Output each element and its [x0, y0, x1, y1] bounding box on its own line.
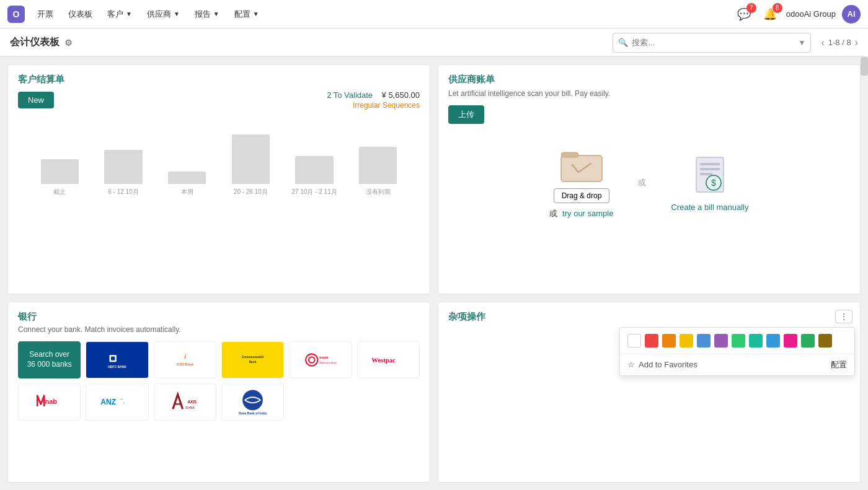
search-icon: 🔍 — [618, 38, 628, 47]
try-sample-link[interactable]: try our sample — [562, 209, 613, 218]
hdfc-bank-logo[interactable]: HDFC BANK — [86, 341, 148, 378]
nav-reports[interactable]: 报告 ▼ — [188, 6, 226, 22]
svg-rect-14 — [236, 349, 270, 370]
bar — [232, 134, 270, 184]
messages-button[interactable]: 💬 7 — [734, 4, 754, 24]
new-invoice-button[interactable]: New — [18, 92, 54, 108]
axis-icon: AXIS BANK — [168, 388, 202, 416]
settings-icon[interactable]: ⚙ — [64, 38, 73, 48]
nav-invoices[interactable]: 开票 — [31, 6, 60, 22]
svg-text:ICICI Bank: ICICI Bank — [177, 362, 194, 365]
bar-chart: 截止6 - 12 10月本周20 - 26 10月27 10月 - 2 11月没… — [18, 125, 420, 199]
bar-label: 没有到期 — [366, 185, 391, 199]
svg-text:Bank: Bank — [249, 360, 257, 363]
config-button[interactable]: 配置 — [831, 359, 847, 370]
nav-config[interactable]: 配置 ▼ — [228, 6, 265, 22]
company-name: odooAi Group — [786, 9, 836, 19]
svg-rect-4 — [700, 168, 720, 170]
add-to-favorites-button[interactable]: ☆ Add to Favorites — [627, 360, 698, 369]
svg-text:AXIS: AXIS — [187, 400, 197, 404]
color-swatch[interactable] — [749, 334, 763, 348]
drag-drop-button[interactable]: Drag & drop — [554, 188, 610, 203]
axis-bank-logo[interactable]: AXIS BANK — [154, 383, 216, 421]
color-swatch[interactable] — [801, 334, 815, 348]
kotak-bank-logo[interactable]: kotak Mahindra Bank — [289, 341, 352, 378]
app-logo[interactable]: O — [7, 6, 25, 23]
upload-area: Drag & drop 或 try our sample 或 — [448, 134, 850, 232]
svg-rect-3 — [700, 163, 720, 165]
upload-button[interactable]: 上传 — [448, 105, 484, 124]
bank-description: Connect your bank. Match invoices automa… — [18, 325, 420, 334]
color-swatch[interactable] — [766, 334, 780, 348]
color-swatch[interactable] — [714, 334, 728, 348]
hdfc-icon: HDFC BANK — [102, 348, 133, 372]
bar — [41, 159, 79, 184]
invoice-chart: 截止6 - 12 10月本周20 - 26 10月27 10月 - 2 11月没… — [8, 120, 430, 204]
bar-label: 20 - 26 10月 — [234, 185, 268, 199]
vendor-bills-description: Let artificial intelligence scan your bi… — [448, 89, 850, 98]
misc-menu-button[interactable]: ⋮ — [835, 310, 852, 323]
nav-dashboard[interactable]: 仪表板 — [62, 6, 99, 22]
misc-operations-body: 杂项操作 ⋮ ☆ Add to Favorites 配置 — [438, 302, 860, 334]
vendor-bills-body: 供应商账单 Let artificial intelligence scan y… — [438, 65, 860, 240]
color-swatch[interactable] — [680, 334, 693, 348]
search-banks-button[interactable]: Search over 36 000 banks — [18, 341, 81, 378]
bank-logos-grid: Search over 36 000 banks HDFC BANK i I — [18, 341, 420, 421]
customer-invoices-title: 客户结算单 — [18, 74, 420, 85]
user-avatar[interactable]: AI — [842, 5, 861, 24]
bar-label: 27 10月 - 2 11月 — [291, 185, 337, 199]
color-swatch[interactable] — [645, 334, 658, 348]
nav-customers[interactable]: 客户 ▼ — [101, 6, 138, 22]
westpac-bank-logo[interactable]: Westpac — [357, 341, 420, 378]
icici-bank-logo[interactable]: i ICICI Bank — [154, 341, 216, 378]
bar — [295, 156, 334, 184]
page-title-container: 会计仪表板 ⚙ — [10, 36, 73, 49]
color-swatch[interactable] — [627, 334, 641, 348]
nav-menu: 开票 仪表板 客户 ▼ 供应商 ▼ 报告 ▼ 配置 ▼ — [31, 6, 734, 22]
bar — [104, 150, 143, 184]
svg-rect-0 — [561, 155, 602, 182]
color-swatch[interactable] — [662, 334, 676, 348]
sbi-bank-logo[interactable]: State Bank of India — [221, 383, 284, 421]
scrollbar-thumb[interactable] — [861, 57, 868, 76]
validate-count: 2 To Validate ¥ 5,650.00 — [327, 90, 420, 100]
bar-group: 27 10月 - 2 11月 — [283, 156, 347, 199]
color-swatch[interactable] — [697, 334, 711, 348]
bank-title: 银行 — [18, 311, 420, 323]
anz-bank-logo[interactable]: ANZ ~ ⌂ — [86, 383, 148, 421]
search-input[interactable] — [632, 38, 798, 47]
search-bar[interactable]: 🔍 ▼ — [613, 33, 811, 53]
svg-rect-1 — [561, 152, 578, 157]
search-dropdown-button[interactable]: ▼ — [799, 38, 806, 47]
color-swatch[interactable] — [818, 334, 832, 348]
svg-text:Mahindra Bank: Mahindra Bank — [320, 361, 338, 364]
pagination-next[interactable]: › — [855, 37, 858, 48]
create-manually-link[interactable]: Create a bill manually — [671, 203, 748, 212]
icici-icon: i ICICI Bank — [168, 348, 202, 372]
sbi-icon: State Bank of India — [236, 387, 270, 418]
alerts-button[interactable]: 🔔 8 — [760, 4, 780, 24]
or-divider: 或 — [638, 177, 646, 188]
svg-rect-10 — [111, 356, 115, 360]
color-swatch[interactable] — [784, 334, 797, 348]
customer-invoices-card: 客户结算单 New 2 To Validate ¥ 5,650.00 Irreg… — [7, 64, 430, 294]
messages-badge: 7 — [746, 3, 756, 13]
search-banks-btn[interactable]: Search over 36 000 banks — [21, 341, 78, 378]
sample-text: 或 try our sample — [549, 208, 613, 219]
bill-icon: $ — [691, 154, 728, 198]
nab-icon: nab — [32, 390, 66, 414]
svg-text:kotak: kotak — [320, 355, 329, 359]
nab-bank-logo[interactable]: nab — [18, 383, 81, 421]
pagination-prev[interactable]: ‹ — [821, 37, 824, 48]
bar-group: 截止 — [28, 159, 92, 199]
color-swatch[interactable] — [732, 334, 745, 348]
commonwealth-icon: Commonwealth Bank — [236, 348, 270, 372]
pagination-info: 1-8 / 8 — [828, 38, 851, 47]
pagination: ‹ 1-8 / 8 › — [821, 37, 858, 48]
svg-point-18 — [309, 357, 315, 363]
misc-operations-card: 杂项操作 ⋮ ☆ Add to Favorites 配置 — [438, 302, 861, 483]
customer-invoices-actions: New 2 To Validate ¥ 5,650.00 Irregular S… — [18, 90, 420, 110]
commonwealth-bank-logo[interactable]: Commonwealth Bank — [221, 341, 284, 378]
westpac-icon: Westpac — [370, 349, 407, 370]
nav-vendors[interactable]: 供应商 ▼ — [141, 6, 186, 22]
